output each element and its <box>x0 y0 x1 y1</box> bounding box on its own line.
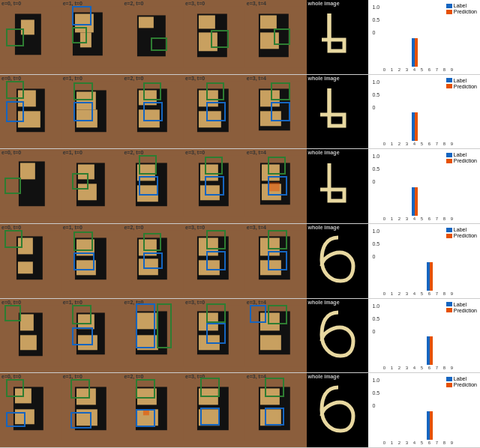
chart-r2: Label Prediction 1.0 0.5 0 0123456789 <box>368 149 480 223</box>
svg-rect-67 <box>18 261 33 273</box>
row-4: e=0, t=0 e=1, t=0 e=2, t=0 <box>0 299 480 374</box>
cell-r3-e2: e=2, t=0 <box>122 224 184 298</box>
cell-r0-e1: e=1, t=0 <box>62 0 123 74</box>
cell-r1-e3t4: e=3, t=4 <box>245 75 307 149</box>
svg-rect-44 <box>20 163 35 180</box>
cell-r5-e3t4: e=3, t=4 <box>245 373 307 447</box>
row-0: e=0, t=0 e=1, t=0 e=2, t=0 <box>0 0 480 75</box>
cell-r3-e0: e=0, t=0 <box>0 224 62 298</box>
cell-r5-e1: e=1, t=0 <box>62 373 123 447</box>
cell-r2-e2: e=2, t=0 <box>122 149 184 223</box>
pred-legend-text: Prediction <box>454 9 477 14</box>
cell-r0-e2: e=2, t=0 <box>122 0 184 74</box>
bar-chart-r0 <box>382 37 455 67</box>
chart-r5: Label Prediction 1.0 0.5 0 0123456789 <box>368 373 480 447</box>
chart-r1: Label Prediction 1.0 0.5 0 0123456789 <box>368 75 480 149</box>
cell-r2-e1: e=1, t=0 <box>62 149 123 223</box>
cell-r2-e3t4: e=3, t=4 <box>245 149 307 223</box>
cell-r2-e3t0: e=3, t=0 <box>184 149 245 223</box>
label-legend-box <box>446 4 452 8</box>
whole-image-r5: whole image <box>307 373 368 447</box>
svg-rect-12 <box>199 15 215 28</box>
pred-legend-box <box>446 10 452 14</box>
cell-r2-e0: e=0, t=0 <box>0 149 62 223</box>
svg-rect-88 <box>20 335 37 350</box>
cell-r4-e3t0: e=3, t=0 <box>184 299 245 373</box>
svg-rect-104 <box>260 335 281 350</box>
svg-rect-87 <box>20 314 34 330</box>
cell-r1-e3t0: e=3, t=0 <box>184 75 245 149</box>
cell-r5-e3t0: e=3, t=0 <box>184 373 245 447</box>
chart-r4: Label Prediction 1.0 0.5 0 0123456789 <box>368 299 480 373</box>
row-3: e=0, t=0 e=1, t=0 e=2, t=0 <box>0 224 480 299</box>
cell-r3-e1: e=1, t=0 <box>62 224 123 298</box>
whole-image-r1: whole image <box>307 75 368 149</box>
svg-rect-16 <box>260 15 277 28</box>
cell-r0-e3t4: e=3, t=4 <box>245 0 307 74</box>
row-1: e=0, t=0 e=1, t=0 e=2, t=0 <box>0 75 480 150</box>
cell-r5-e2: e=2, t=0 <box>122 373 184 447</box>
chart-r0: Label Prediction 1.0 0.5 0 <box>368 0 480 74</box>
whole-image-r2: whole image <box>307 149 368 223</box>
svg-rect-9 <box>139 16 154 28</box>
cell-r0-e3t0: e=3, t=0 <box>184 0 245 74</box>
chart-legend-r0: Label Prediction <box>446 3 477 15</box>
cell-r3-e3t0: e=3, t=0 <box>184 224 245 298</box>
cell-r4-e1: e=1, t=0 <box>62 299 123 373</box>
whole-image-r3: whole image <box>307 224 368 298</box>
svg-rect-62 <box>307 156 368 217</box>
svg-rect-40 <box>307 81 368 142</box>
cell-r4-e0: e=0, t=0 <box>0 299 62 373</box>
cell-r1-e2: e=2, t=0 <box>122 75 184 149</box>
cell-r5-e0: e=0, t=0 <box>0 373 62 447</box>
cell-r4-e2: e=2, t=0 <box>122 299 184 373</box>
cell-r1-e1: e=1, t=0 <box>62 75 123 149</box>
row-5: e=0, t=0 e=1, t=0 e=2, t=0 <box>0 373 480 448</box>
main-grid: e=0, t=0 e=1, t=0 e=2, t=0 <box>0 0 480 448</box>
row-2: e=0, t=0 e=1, t=0 e=2, t=0 <box>0 149 480 224</box>
cell-r4-e3t4: e=3, t=4 <box>245 299 307 373</box>
whole-image-r4: whole image <box>307 299 368 373</box>
chart-r3: Label Prediction 1.0 0.5 0 0123456789 <box>368 224 480 298</box>
svg-rect-18 <box>307 6 368 67</box>
cell-r3-e3t4: e=3, t=4 <box>245 224 307 298</box>
cell-r1-e0: e=0, t=0 <box>0 75 62 149</box>
cell-r0-e0: e=0, t=0 <box>0 0 62 74</box>
label-legend-text: Label <box>454 3 466 8</box>
whole-image-r0: whole image <box>307 0 368 74</box>
